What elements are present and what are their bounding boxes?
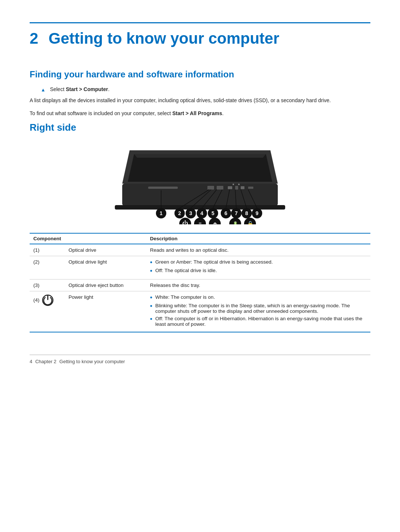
footer-chapter-title: Getting to know your computer xyxy=(59,359,125,364)
svg-point-12 xyxy=(233,184,234,185)
sub-bullet-item: • Green or Amber: The optical drive is b… xyxy=(150,259,367,266)
svg-rect-10 xyxy=(241,186,244,189)
sub-bullet-dot-icon: • xyxy=(150,316,152,322)
svg-marker-2 xyxy=(128,154,272,182)
top-rule xyxy=(30,22,370,23)
sub-bullet-item: • Off: The optical drive is idle. xyxy=(150,268,367,274)
sub-bullet-text: White: The computer is on. xyxy=(155,294,215,300)
svg-rect-6 xyxy=(207,186,214,190)
svg-rect-5 xyxy=(148,187,178,189)
svg-rect-8 xyxy=(228,186,232,189)
svg-text:1: 1 xyxy=(160,210,163,216)
svg-text:2: 2 xyxy=(178,210,181,216)
table-row: (1) Optical drive Reads and writes to an… xyxy=(30,244,370,256)
sub-bullet-item: • Blinking white: The computer is in the… xyxy=(150,303,367,314)
row2-desc: • Green or Amber: The optical drive is b… xyxy=(146,256,370,279)
bullet-triangle-icon: ▲ xyxy=(41,87,46,93)
chapter-number: 2 xyxy=(30,30,38,47)
sub-bullet-dot-icon: • xyxy=(150,268,152,274)
svg-text:5: 5 xyxy=(211,210,214,216)
row4-desc: • White: The computer is on. • Blinking … xyxy=(146,291,370,332)
footer-chapter-label: Chapter 2 xyxy=(35,359,56,364)
hardware-bullet: ▲ Select Start > Computer. xyxy=(41,86,370,93)
row2-num: (2) xyxy=(30,256,65,279)
sub-bullet-dot-icon: • xyxy=(150,259,152,266)
sub-bullet-item: • Off: The computer is off or in Hiberna… xyxy=(150,316,367,327)
col-name-header xyxy=(65,233,146,244)
footer: 4 Chapter 2 Getting to know your compute… xyxy=(30,359,370,364)
svg-text:6: 6 xyxy=(224,210,227,216)
table-row: (2) Optical drive light • Green or Amber… xyxy=(30,256,370,279)
footer-rule xyxy=(30,355,370,355)
svg-text:9: 9 xyxy=(256,210,259,216)
laptop-svg: 1 2 3 4 5 6 7 8 9 xyxy=(100,139,300,224)
svg-text:≡: ≡ xyxy=(199,221,201,224)
component-table: Component Description (1) Optical drive … xyxy=(30,233,370,332)
svg-text:⏻: ⏻ xyxy=(182,220,188,224)
svg-text:3: 3 xyxy=(189,210,192,216)
sub-bullet-text: Off: The optical drive is idle. xyxy=(155,268,217,273)
table-row: (3) Optical drive eject button Releases … xyxy=(30,279,370,291)
col-component-header: Component xyxy=(30,233,65,244)
row3-desc: Releases the disc tray. xyxy=(146,279,370,291)
bullet-text: Select Start > Computer. xyxy=(50,86,110,92)
col-description-header: Description xyxy=(146,233,370,244)
svg-point-13 xyxy=(238,184,240,185)
row4-name: Power light xyxy=(65,291,146,332)
section-title: Finding your hardware and software infor… xyxy=(30,69,370,80)
chapter-title: 2 Getting to know your computer xyxy=(30,30,370,47)
svg-rect-9 xyxy=(235,186,238,190)
svg-text:⏏: ⏏ xyxy=(213,221,217,224)
sub-bullet-dot-icon: • xyxy=(150,303,152,310)
footer-page-number: 4 xyxy=(30,359,32,364)
row3-num: (3) xyxy=(30,279,65,291)
sub-bullet-text: Green or Amber: The optical drive is bei… xyxy=(155,259,273,265)
row1-num: (1) xyxy=(30,244,65,256)
body-text-1: A list displays all the devices installe… xyxy=(30,96,370,104)
svg-text:8: 8 xyxy=(245,210,248,216)
svg-marker-3 xyxy=(134,154,266,158)
subsection-title: Right side xyxy=(30,122,370,133)
svg-rect-7 xyxy=(217,186,223,190)
body-text-2: To find out what software is included on… xyxy=(30,109,370,117)
svg-text:🔒: 🔒 xyxy=(247,221,254,224)
sub-bullet-text: Off: The computer is off or in Hibernati… xyxy=(155,316,367,327)
power-light-icon xyxy=(42,294,54,306)
svg-text:🔋: 🔋 xyxy=(233,221,238,224)
svg-text:4: 4 xyxy=(200,210,203,216)
svg-text:7: 7 xyxy=(235,210,238,216)
row1-name: Optical drive xyxy=(65,244,146,256)
row4-num: (4) xyxy=(30,291,65,332)
sub-bullet-dot-icon: • xyxy=(150,294,152,301)
row1-desc: Reads and writes to an optical disc. xyxy=(146,244,370,256)
sub-bullet-text: Blinking white: The computer is in the S… xyxy=(155,303,367,314)
row3-name: Optical drive eject button xyxy=(65,279,146,291)
svg-rect-11 xyxy=(248,187,253,189)
laptop-diagram: 1 2 3 4 5 6 7 8 9 xyxy=(100,139,300,225)
table-header-row: Component Description xyxy=(30,233,370,244)
row2-name: Optical drive light xyxy=(65,256,146,279)
table-row: (4) Power light • White: The computer is… xyxy=(30,291,370,332)
sub-bullet-item: • White: The computer is on. xyxy=(150,294,367,301)
